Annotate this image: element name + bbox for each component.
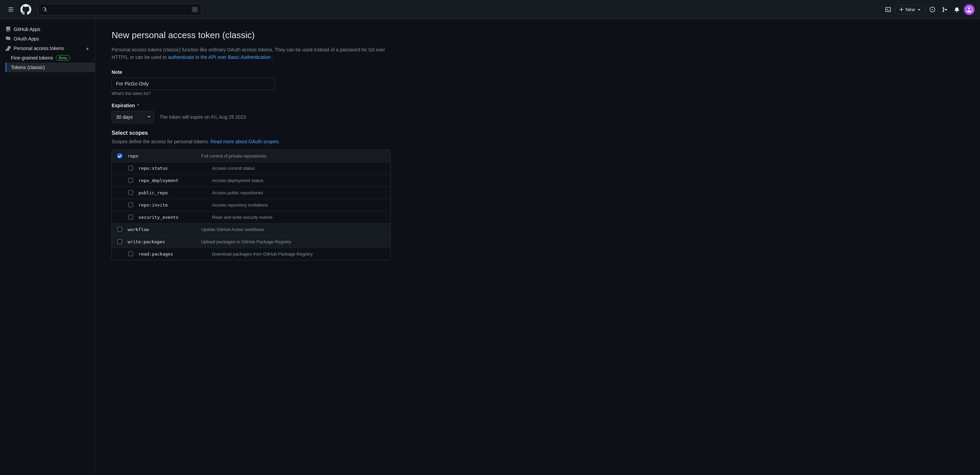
expiration-row: 7 days 30 days 60 days 90 days Custom No…: [111, 111, 406, 123]
scopes-title: Select scopes: [111, 130, 406, 136]
scope-name-public-repo: public_repo: [138, 190, 207, 195]
topnav-actions: New: [883, 4, 975, 15]
chevron-down-icon: [916, 7, 922, 12]
scope-name-write-packages: write:packages: [127, 239, 196, 244]
github-logo[interactable]: [21, 4, 31, 15]
note-group: Note What's this token for?: [111, 70, 406, 96]
description-text: Personal access tokens (classic) functio…: [111, 46, 391, 61]
plus-icon: [899, 7, 904, 12]
checkbox-public-repo[interactable]: [128, 190, 133, 195]
main-content: New personal access token (classic) Pers…: [95, 19, 422, 475]
scope-row-repo-deployment: repo_deployment Access deployment status: [112, 175, 390, 187]
scopes-group: Select scopes Scopes define the access f…: [111, 130, 406, 260]
api-auth-link[interactable]: authenticate to the API over Basic Authe…: [168, 54, 271, 60]
sidebar-item-github-apps[interactable]: GitHub Apps: [0, 24, 95, 34]
checkbox-write-packages[interactable]: [118, 239, 122, 244]
beta-badge: Beta: [56, 55, 70, 60]
new-label: New: [905, 7, 915, 12]
oauth-icon: [5, 36, 11, 41]
scope-desc-public-repo: Access public repositories: [212, 190, 385, 195]
issues-button[interactable]: [927, 4, 938, 15]
scope-desc-security-events: Read and write security events: [212, 215, 385, 220]
checkbox-repo-status[interactable]: [128, 166, 133, 170]
search-icon: [42, 7, 47, 12]
page-title: New personal access token (classic): [111, 30, 406, 40]
scope-name-security-events: security_events: [138, 215, 207, 220]
github-apps-label: GitHub Apps: [14, 27, 40, 32]
note-label: Note: [111, 70, 406, 75]
sidebar-pat-sub: Fine-grained tokens Beta Tokens (classic…: [0, 53, 95, 72]
scope-name-repo-status: repo:status: [138, 166, 207, 171]
scope-name-repo: repo: [127, 154, 196, 159]
pullrequest-button[interactable]: [939, 4, 950, 15]
tokens-classic-label: Tokens (classic): [11, 65, 45, 70]
new-button[interactable]: New: [895, 5, 926, 14]
expiration-group: Expiration * 7 days 30 days 60 days 90 d…: [111, 103, 406, 123]
oauth-scopes-link[interactable]: Read more about OAuth scopes.: [210, 139, 280, 144]
scope-desc-read-packages: Download packages from GitHub Package Re…: [212, 251, 385, 257]
sidebar-pat-left: Personal access tokens: [5, 46, 64, 51]
scope-row-read-packages: read:packages Download packages from Git…: [112, 248, 390, 260]
checkbox-security-events[interactable]: [128, 215, 133, 219]
sidebar-pat-section[interactable]: Personal access tokens ▲: [0, 44, 95, 53]
pat-label: Personal access tokens: [14, 46, 64, 51]
avatar[interactable]: [964, 4, 975, 15]
scope-row-write-packages: write:packages Upload packages to GitHub…: [112, 236, 390, 248]
required-star: *: [137, 103, 139, 108]
scope-desc-workflow: Update GitHub Action workflows: [201, 227, 385, 232]
scope-row-workflow: workflow Update GitHub Action workflows: [112, 224, 390, 236]
checkbox-workflow[interactable]: [118, 227, 122, 232]
scopes-desc: Scopes define the access for personal to…: [111, 139, 406, 144]
search-box[interactable]: Type / to search /: [38, 4, 202, 15]
checkbox-read-packages[interactable]: [128, 251, 133, 256]
github-apps-icon: [5, 27, 11, 32]
scope-name-workflow: workflow: [127, 227, 196, 232]
scope-desc-write-packages: Upload packages to GitHub Package Regist…: [201, 239, 385, 244]
search-input[interactable]: Type / to search: [50, 7, 189, 12]
terminal-button[interactable]: [883, 4, 894, 15]
note-input[interactable]: [111, 78, 275, 90]
sidebar-item-fine-grained[interactable]: Fine-grained tokens Beta: [5, 53, 95, 63]
scope-row-security-events: security_events Read and write security …: [112, 211, 390, 224]
fine-grained-label: Fine-grained tokens: [11, 55, 53, 60]
expiration-label: Expiration *: [111, 103, 406, 108]
notifications-button[interactable]: [951, 4, 962, 15]
scope-desc-repo-invite: Access repository invitations: [212, 202, 385, 208]
scopes-table: repo Full control of private repositorie…: [111, 150, 391, 260]
scope-desc-repo-status: Access commit status: [212, 166, 385, 171]
sidebar: GitHub Apps OAuth Apps Personal access t…: [0, 19, 95, 475]
expiry-hint: The token will expire on Fri, Aug 25 202…: [159, 114, 246, 120]
checkbox-repo[interactable]: [118, 154, 122, 158]
scope-name-read-packages: read:packages: [138, 251, 207, 257]
hamburger-button[interactable]: [5, 4, 16, 15]
layout: GitHub Apps OAuth Apps Personal access t…: [0, 19, 980, 475]
chevron-up-icon: ▲: [86, 46, 89, 51]
note-sublabel: What's this token for?: [111, 91, 406, 96]
scope-name-repo-invite: repo:invite: [138, 202, 207, 208]
expiration-select[interactable]: 7 days 30 days 60 days 90 days Custom No…: [111, 111, 154, 123]
scope-row-repo: repo Full control of private repositorie…: [112, 150, 390, 162]
search-kbd: /: [192, 7, 198, 12]
scope-row-repo-status: repo:status Access commit status: [112, 162, 390, 175]
scope-desc-repo-deployment: Access deployment status: [212, 178, 385, 183]
scope-row-public-repo: public_repo Access public repositories: [112, 187, 390, 199]
key-icon: [5, 46, 11, 51]
scope-row-repo-invite: repo:invite Access repository invitation…: [112, 199, 390, 211]
scope-name-repo-deployment: repo_deployment: [138, 178, 207, 183]
scope-desc-repo: Full control of private repositories: [201, 154, 385, 159]
sidebar-item-oauth-apps[interactable]: OAuth Apps: [0, 34, 95, 44]
checkbox-repo-deployment[interactable]: [128, 178, 133, 183]
oauth-apps-label: OAuth Apps: [14, 36, 39, 41]
checkbox-repo-invite[interactable]: [128, 202, 133, 207]
topnav: Type / to search / New: [0, 0, 980, 19]
sidebar-item-tokens-classic[interactable]: Tokens (classic): [5, 63, 95, 72]
